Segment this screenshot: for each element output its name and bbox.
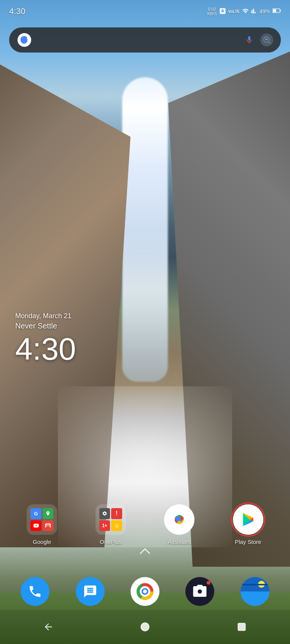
assistant-icon <box>164 504 194 535</box>
google-label: Google <box>33 539 51 545</box>
svg-point-23 <box>141 623 149 631</box>
dock-messages[interactable] <box>76 577 105 606</box>
data-speed-icon: 0.02 KB/S <box>207 7 217 16</box>
dock <box>0 577 290 606</box>
svg-rect-2 <box>273 9 276 12</box>
svg-line-8 <box>269 42 271 44</box>
date-display: Monday, March 21 <box>15 312 76 320</box>
dock-chrome[interactable] <box>131 577 159 606</box>
nfc-icon <box>219 8 226 16</box>
app-oneplus[interactable]: ! 1+ ◎ OnePlus <box>96 504 126 545</box>
back-button[interactable] <box>37 615 60 638</box>
app-grid: G Google ! 1+ ◎ <box>0 504 290 545</box>
dock-phone[interactable] <box>21 577 49 606</box>
waterfall <box>122 77 168 382</box>
battery-percent: 49% <box>260 8 270 14</box>
svg-point-15 <box>178 521 181 524</box>
oneplus-label: OnePlus <box>100 539 122 545</box>
svg-point-14 <box>180 517 184 520</box>
app-drawer-arrow[interactable] <box>139 547 151 556</box>
status-right-icons: 0.02 KB/S VoLTE 49% <box>207 7 281 16</box>
status-bar: 4:30 0.02 KB/S VoLTE 49% <box>0 0 290 23</box>
play-store-icon <box>233 504 263 535</box>
google-folder-icon: G <box>27 504 57 535</box>
app-play-store[interactable]: Play Store <box>233 504 263 545</box>
nav-bar <box>0 610 290 644</box>
svg-point-22 <box>143 590 147 593</box>
clock-display: 4:30 <box>15 333 76 365</box>
datetime-widget: Monday, March 21 Never Settle 4:30 <box>15 312 76 365</box>
app-assistant[interactable]: Assistant <box>164 504 194 545</box>
signal-icon <box>251 8 257 15</box>
app-google[interactable]: G Google <box>27 504 57 545</box>
svg-point-13 <box>175 517 178 520</box>
dock-camera[interactable] <box>185 577 214 606</box>
google-search-bar[interactable]: G G <box>9 27 281 53</box>
google-lens-icon[interactable] <box>260 33 273 46</box>
wifi-icon <box>242 8 249 16</box>
oneplus-folder-icon: ! 1+ ◎ <box>96 504 126 535</box>
recents-button[interactable] <box>230 615 253 638</box>
battery-icon <box>272 8 281 15</box>
google-g-logo: G G <box>17 32 32 48</box>
motto-display: Never Settle <box>15 322 76 330</box>
svg-rect-1 <box>280 10 281 11</box>
status-time: 4:30 <box>9 6 25 16</box>
voice-search-icon[interactable] <box>243 33 256 46</box>
svg-rect-24 <box>238 623 245 631</box>
dock-photos[interactable] <box>241 577 269 606</box>
assistant-label: Assistant <box>168 539 191 545</box>
play-store-label: Play Store <box>235 539 261 545</box>
home-button[interactable] <box>134 615 156 638</box>
volte-icon: VoLTE <box>228 10 240 14</box>
